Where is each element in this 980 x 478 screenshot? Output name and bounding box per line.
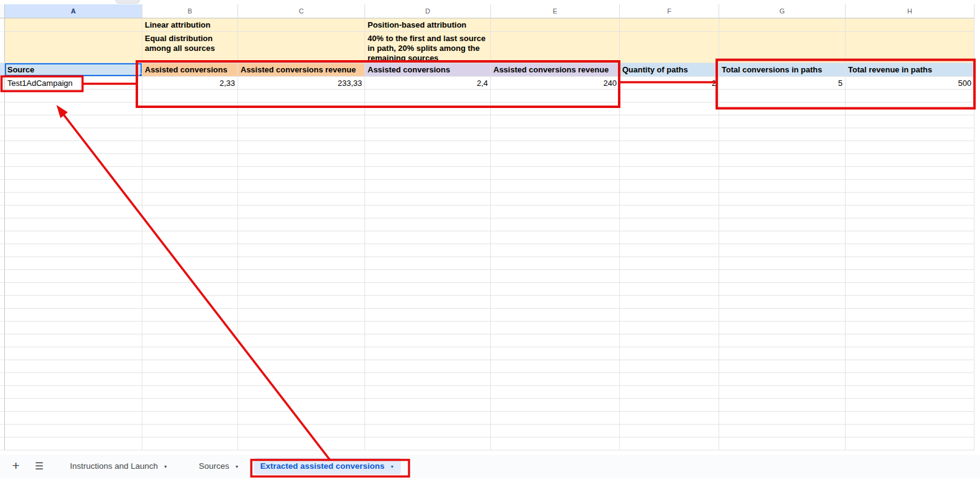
cell-G7[interactable]: [719, 115, 846, 128]
cell-G29[interactable]: [719, 399, 846, 412]
cell-A3[interactable]: Source: [5, 63, 142, 77]
cell-C8[interactable]: [238, 128, 365, 141]
cell-E9[interactable]: [491, 141, 620, 154]
cell-F27[interactable]: [620, 373, 719, 386]
cell-C7[interactable]: [238, 115, 365, 128]
cell-D7[interactable]: [365, 115, 491, 128]
cell-A11[interactable]: [5, 167, 142, 180]
tab-instructions-and-launch[interactable]: Instructions and Launch ▼: [64, 458, 174, 474]
cell-B26[interactable]: [142, 360, 238, 373]
cell-F20[interactable]: [620, 283, 719, 296]
cell-B9[interactable]: [142, 141, 238, 154]
cell-H16[interactable]: [846, 231, 974, 244]
cell-D17[interactable]: [365, 244, 491, 257]
cell-C20[interactable]: [238, 283, 365, 296]
cell-B15[interactable]: [142, 218, 238, 231]
cell-B6[interactable]: [142, 102, 238, 115]
cell-A1[interactable]: [5, 18, 142, 32]
cell-C17[interactable]: [238, 244, 365, 257]
cell-F2[interactable]: [620, 32, 719, 63]
cell-G19[interactable]: [719, 270, 846, 283]
cell-B17[interactable]: [142, 244, 238, 257]
cell-E27[interactable]: [491, 373, 620, 386]
row-header-24[interactable]: [0, 334, 5, 347]
col-letter-E[interactable]: E: [491, 4, 620, 18]
cell-E16[interactable]: [491, 231, 620, 244]
cell-B3[interactable]: Assisted conversions: [142, 63, 238, 77]
row-header-11[interactable]: [0, 167, 5, 180]
cell-G12[interactable]: [719, 180, 846, 193]
row-header-10[interactable]: [0, 154, 5, 167]
cell-A6[interactable]: [5, 102, 142, 115]
cell-F30[interactable]: [620, 412, 719, 425]
cell-B4[interactable]: 2,33: [142, 77, 238, 90]
cell-D29[interactable]: [365, 399, 491, 412]
col-letter-C[interactable]: C: [238, 4, 365, 18]
row-header-4[interactable]: [0, 77, 5, 90]
cell-E32[interactable]: [491, 438, 620, 450]
cell-F9[interactable]: [620, 141, 719, 154]
row-header-14[interactable]: [0, 206, 5, 218]
cell-C29[interactable]: [238, 399, 365, 412]
cell-D30[interactable]: [365, 412, 491, 425]
cell-B32[interactable]: [142, 438, 238, 450]
cell-G27[interactable]: [719, 373, 846, 386]
cell-G22[interactable]: [719, 309, 846, 322]
cell-F13[interactable]: [620, 193, 719, 206]
cell-C30[interactable]: [238, 412, 365, 425]
cell-G2[interactable]: [719, 32, 846, 63]
row-header-28[interactable]: [0, 386, 5, 399]
cell-G16[interactable]: [719, 231, 846, 244]
cell-B20[interactable]: [142, 283, 238, 296]
row-header-32[interactable]: [0, 438, 5, 450]
cell-F1[interactable]: [620, 18, 719, 32]
cell-H30[interactable]: [846, 412, 974, 425]
cell-C10[interactable]: [238, 154, 365, 167]
cell-G10[interactable]: [719, 154, 846, 167]
row-header-19[interactable]: [0, 270, 5, 283]
cell-A17[interactable]: [5, 244, 142, 257]
cell-C14[interactable]: [238, 206, 365, 218]
cell-C31[interactable]: [238, 425, 365, 438]
cell-H1[interactable]: [846, 18, 974, 32]
cell-A31[interactable]: [5, 425, 142, 438]
cell-B5[interactable]: [142, 90, 238, 102]
cell-E21[interactable]: [491, 296, 620, 309]
col-letter-F[interactable]: F: [620, 4, 719, 18]
cell-G6[interactable]: [719, 102, 846, 115]
cell-H12[interactable]: [846, 180, 974, 193]
cell-A28[interactable]: [5, 386, 142, 399]
row-header-20[interactable]: [0, 283, 5, 296]
cell-F6[interactable]: [620, 102, 719, 115]
cell-H13[interactable]: [846, 193, 974, 206]
cell-B1[interactable]: Linear attribution: [142, 18, 238, 32]
cell-H20[interactable]: [846, 283, 974, 296]
cell-D18[interactable]: [365, 257, 491, 270]
cell-E29[interactable]: [491, 399, 620, 412]
cell-E24[interactable]: [491, 334, 620, 347]
cell-E19[interactable]: [491, 270, 620, 283]
cell-B10[interactable]: [142, 154, 238, 167]
cell-H18[interactable]: [846, 257, 974, 270]
cell-G13[interactable]: [719, 193, 846, 206]
cell-H8[interactable]: [846, 128, 974, 141]
cell-F28[interactable]: [620, 386, 719, 399]
cell-H3[interactable]: Total revenue in paths: [846, 63, 974, 77]
cell-C13[interactable]: [238, 193, 365, 206]
cell-D19[interactable]: [365, 270, 491, 283]
cell-G11[interactable]: [719, 167, 846, 180]
cell-H9[interactable]: [846, 141, 974, 154]
row-header-8[interactable]: [0, 128, 5, 141]
cell-A12[interactable]: [5, 180, 142, 193]
cell-H4[interactable]: 500: [846, 77, 974, 90]
cell-E17[interactable]: [491, 244, 620, 257]
tab-sources[interactable]: Sources ▼: [193, 458, 245, 474]
cell-D6[interactable]: [365, 102, 491, 115]
cell-G8[interactable]: [719, 128, 846, 141]
cell-H21[interactable]: [846, 296, 974, 309]
cell-H29[interactable]: [846, 399, 974, 412]
cell-E6[interactable]: [491, 102, 620, 115]
cell-C3[interactable]: Assisted conversions revenue: [238, 63, 365, 77]
row-header-25[interactable]: [0, 347, 5, 360]
cell-G18[interactable]: [719, 257, 846, 270]
